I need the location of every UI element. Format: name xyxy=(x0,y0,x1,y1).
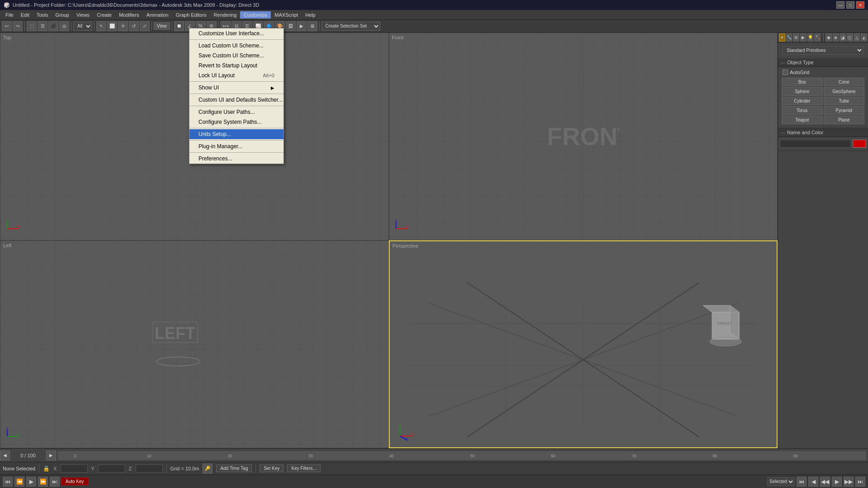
undo-button[interactable]: ↩ xyxy=(2,21,12,31)
standard-primitives-dropdown[interactable]: Standard Primitives xyxy=(783,46,863,55)
menu-animation[interactable]: Animation xyxy=(143,11,172,19)
menu-maxscript[interactable]: MAXScript xyxy=(271,11,302,19)
dd-lock-ui[interactable]: Lock UI Layout Alt+0 xyxy=(189,70,283,80)
select-by-name[interactable]: ☰ xyxy=(38,21,47,31)
select-button[interactable]: ⬚ xyxy=(27,21,37,31)
move-tool[interactable]: ✛ xyxy=(118,21,128,31)
object-type-header[interactable]: — Object Type xyxy=(778,58,868,67)
menu-group[interactable]: Group xyxy=(52,11,73,19)
dd-defaults[interactable]: Custom UI and Defaults Switcher... xyxy=(189,95,283,105)
dd-units-setup[interactable]: Units Setup... xyxy=(189,129,283,139)
menu-modifiers[interactable]: Modifiers xyxy=(115,11,143,19)
render-window[interactable]: 🖥 xyxy=(307,21,317,31)
dd-preferences[interactable]: Preferences... xyxy=(189,154,283,164)
panel-icon-a[interactable]: ◉ xyxy=(826,33,832,42)
panel-icon-b[interactable]: ◈ xyxy=(833,33,839,42)
scale-tool[interactable]: ⤢ xyxy=(140,21,150,31)
autogrid-checkbox[interactable] xyxy=(783,70,788,75)
menu-graph-editors[interactable]: Graph Editors xyxy=(172,11,210,19)
dd-revert-ui[interactable]: Revert to Startup Layout xyxy=(189,61,283,70)
menu-help[interactable]: Help xyxy=(302,11,319,19)
auto-key-button[interactable]: Auto Key xyxy=(61,478,88,485)
panel-icon-c[interactable]: ◪ xyxy=(840,33,846,42)
prim-geosphere[interactable]: GeoSphere xyxy=(824,87,865,96)
select-tool[interactable]: ↖ xyxy=(96,21,106,31)
anim-btn-2[interactable]: ◀ xyxy=(808,477,818,487)
window-crossing[interactable]: ◎ xyxy=(59,21,69,31)
dd-show-ui[interactable]: Show UI ▶ xyxy=(189,83,283,93)
key-icon[interactable]: 🔑 xyxy=(203,464,212,474)
key-filters-button[interactable]: Key Filters... xyxy=(287,465,321,472)
dd-load-ui[interactable]: Load Custom UI Scheme... xyxy=(189,41,283,51)
timeline-next[interactable]: ▶ xyxy=(46,450,56,460)
dd-sys-paths[interactable]: Configure System Paths... xyxy=(189,117,283,127)
go-to-start[interactable]: ⏮ xyxy=(3,477,13,487)
create-selection-set[interactable]: Create Selection Set xyxy=(321,22,380,31)
prim-torus[interactable]: Torus xyxy=(782,106,823,115)
object-name-input[interactable] xyxy=(780,140,851,148)
panel-icon-e[interactable]: ◬ xyxy=(854,33,860,42)
prim-box[interactable]: Box xyxy=(782,78,823,86)
menu-rendering[interactable]: Rendering xyxy=(210,11,241,19)
anim-btn-6[interactable]: ⏭ xyxy=(855,477,865,487)
panel-icon-d[interactable]: ◫ xyxy=(847,33,853,42)
panel-icon-motion[interactable]: ▶ xyxy=(800,33,807,42)
close-button[interactable]: ✕ xyxy=(856,1,864,9)
dd-save-ui[interactable]: Save Custom UI Scheme... xyxy=(189,51,283,61)
panel-icon-modify[interactable]: 🔧 xyxy=(786,33,793,42)
dd-customize-ui[interactable]: Customize User Interface... xyxy=(189,28,283,38)
redo-button[interactable]: ↪ xyxy=(13,21,23,31)
panel-icon-utilities[interactable]: 🔨 xyxy=(814,33,821,42)
timeline-prev[interactable]: ◀ xyxy=(0,450,10,460)
anim-btn-3[interactable]: ◀◀ xyxy=(820,477,830,487)
rect-select[interactable]: ⬛ xyxy=(48,21,58,31)
menu-file[interactable]: File xyxy=(2,11,17,19)
z-input[interactable] xyxy=(136,465,163,473)
maximize-button[interactable]: □ xyxy=(846,1,854,9)
y-input[interactable] xyxy=(98,465,125,473)
menu-edit[interactable]: Edit xyxy=(17,11,33,19)
menu-views[interactable]: Views xyxy=(73,11,93,19)
prim-plane[interactable]: Plane xyxy=(824,116,865,124)
menu-customize[interactable]: Customize xyxy=(240,11,271,19)
prev-frame[interactable]: ⏪ xyxy=(14,477,24,487)
prim-teapot[interactable]: Teapot xyxy=(782,116,823,124)
play-btn[interactable]: ▶ xyxy=(26,477,36,487)
panel-icon-hierarchy[interactable]: ⊞ xyxy=(793,33,799,42)
filter-dropdown[interactable]: All xyxy=(73,22,92,31)
anim-btn-5[interactable]: ▶▶ xyxy=(844,477,854,487)
panel-icon-create[interactable]: ✦ xyxy=(779,33,785,42)
set-key-button[interactable]: Set Key xyxy=(259,465,283,472)
select-region[interactable]: ⬜ xyxy=(107,21,117,31)
next-frame[interactable]: ⏩ xyxy=(38,477,48,487)
prim-tube[interactable]: Tube xyxy=(824,97,865,105)
lock-icon[interactable]: 🔒 xyxy=(43,465,50,472)
color-swatch[interactable] xyxy=(853,140,866,148)
render-setup[interactable]: 🖼 xyxy=(286,21,296,31)
name-color-header[interactable]: — Name and Color xyxy=(778,128,868,137)
prim-cylinder[interactable]: Cylinder xyxy=(782,97,823,105)
viewport-front[interactable]: Front FRONT X Z xyxy=(389,33,778,240)
viewport-perspective[interactable]: Perspective xyxy=(389,240,778,448)
view-dropdown[interactable]: View xyxy=(154,22,170,30)
prim-sphere[interactable]: Sphere xyxy=(782,87,823,96)
dd-user-paths[interactable]: Configure User Paths... xyxy=(189,107,283,117)
menu-create[interactable]: Create xyxy=(93,11,115,19)
rotate-tool[interactable]: ↺ xyxy=(129,21,139,31)
panel-icon-f[interactable]: ◭ xyxy=(861,33,867,42)
prim-cone[interactable]: Cone xyxy=(824,78,865,86)
go-to-end[interactable]: ⏭ xyxy=(50,477,60,487)
prim-pyramid[interactable]: Pyramid xyxy=(824,106,865,115)
viewport-left[interactable]: Left LEFT xyxy=(0,240,389,448)
anim-btn-4[interactable]: ▶ xyxy=(832,477,842,487)
panel-icon-display[interactable]: 💡 xyxy=(807,33,814,42)
x-input[interactable] xyxy=(61,465,88,473)
dd-plugin-mgr[interactable]: Plug-in Manager... xyxy=(189,141,283,151)
add-time-tag-button[interactable]: Add Time Tag xyxy=(216,465,252,472)
minimize-button[interactable]: — xyxy=(836,1,844,9)
snap-toggle[interactable]: 🔲 xyxy=(174,21,184,31)
timeline-bar[interactable]: 0 10 20 30 40 50 60 70 80 90 xyxy=(58,451,866,460)
selected-dropdown[interactable]: Selected xyxy=(767,477,795,486)
anim-btn-1[interactable]: ⏮ xyxy=(797,477,807,487)
render-btn[interactable]: ▶ xyxy=(297,21,307,31)
